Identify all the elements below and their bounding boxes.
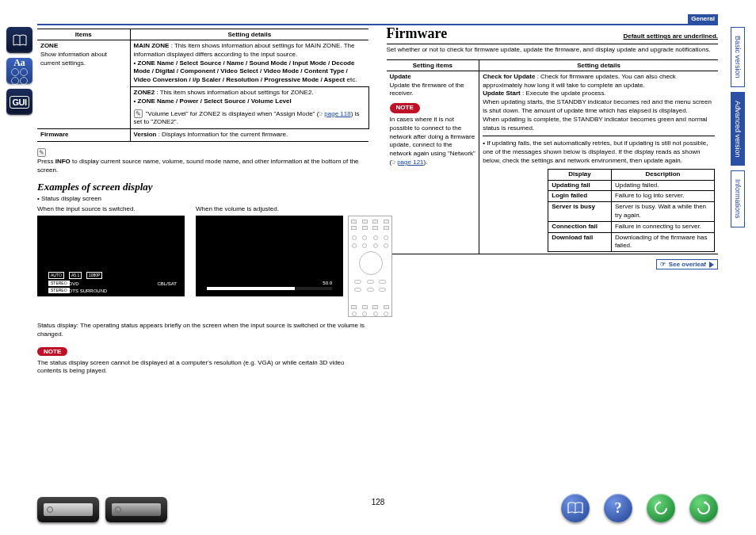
td-mainzone: MAIN ZONE : This item shows information … bbox=[130, 40, 368, 87]
display-1: AUTO A5.1 1080P STEREO DVD CBL/SAT STERE… bbox=[37, 216, 185, 296]
footer-help-icon[interactable]: ? bbox=[604, 494, 632, 522]
td-zone-item: ZONE Show information about current sett… bbox=[37, 40, 130, 129]
firmware-msg-table: DisplayDescription Updating failUpdating… bbox=[548, 169, 715, 252]
left-column: Items Setting details ZONE Show informat… bbox=[37, 29, 369, 376]
firmware-heading: Firmware Default settings are underlined… bbox=[387, 25, 719, 42]
display-2: 50.0 bbox=[196, 216, 343, 296]
gui-icon[interactable]: GUI bbox=[6, 89, 32, 115]
zone-table: Items Setting details ZONE Show informat… bbox=[37, 29, 369, 142]
info-paragraph: ✎ Press INFO to display current source n… bbox=[37, 148, 369, 174]
text-size-icon[interactable]: Aa bbox=[6, 58, 32, 84]
receiver-front-button[interactable] bbox=[37, 497, 99, 522]
examples-bullet: • Status display screen bbox=[37, 195, 369, 204]
footer-right: ? bbox=[561, 494, 718, 522]
pencil-icon: ✎ bbox=[134, 109, 143, 118]
th-items: Items bbox=[37, 29, 130, 40]
td-firmware-item: Firmware bbox=[37, 129, 130, 142]
th-set-details: Setting details bbox=[479, 59, 718, 71]
footer-next-icon[interactable] bbox=[689, 494, 718, 522]
link-p121[interactable]: page 121 bbox=[397, 159, 423, 166]
note-pill: NOTE bbox=[37, 347, 67, 356]
tab-basic[interactable]: Basic version bbox=[731, 27, 745, 87]
td-update-details: Check for Update : Check for firmware up… bbox=[479, 71, 718, 254]
td-zone2: ZONE2 : This item shows information abou… bbox=[130, 86, 368, 128]
section-label: General bbox=[688, 14, 718, 24]
book-icon[interactable] bbox=[6, 27, 32, 53]
footer-prev-icon[interactable] bbox=[647, 494, 675, 522]
footer-book-icon[interactable] bbox=[561, 494, 590, 522]
td-update-item: Update Update the firmware of the receiv… bbox=[387, 71, 479, 254]
receiver-rear-button[interactable] bbox=[105, 497, 167, 522]
pencil-icon: ✎ bbox=[37, 148, 46, 157]
firmware-intro: Set whether or not to check for firmware… bbox=[387, 46, 719, 55]
note-pill: NOTE bbox=[390, 103, 420, 113]
example-2: When the volume is adjusted. 50.0 bbox=[196, 205, 392, 317]
th-set-items: Setting items bbox=[387, 59, 479, 71]
footer: 128 ? bbox=[0, 487, 756, 527]
left-icon-column: Aa GUI bbox=[6, 27, 33, 115]
example-1: When the input source is switched. AUTO … bbox=[37, 205, 185, 296]
examples-heading: Examples of screen display bbox=[37, 181, 369, 193]
content-columns: Items Setting details ZONE Show informat… bbox=[37, 29, 718, 376]
link-p118[interactable]: page 118 bbox=[324, 110, 350, 117]
tab-informations[interactable]: Informations bbox=[731, 170, 745, 227]
see-overleaf[interactable]: See overleaf bbox=[656, 259, 718, 269]
footer-left bbox=[37, 497, 167, 522]
tab-advanced[interactable]: Advanced version bbox=[731, 92, 745, 166]
right-column: Firmware Default settings are underlined… bbox=[387, 29, 719, 376]
firmware-table: Setting items Setting details Update Upd… bbox=[387, 59, 719, 254]
status-note: Status display: The operating status app… bbox=[37, 322, 369, 339]
td-firmware-ver: Version : Displays information for the c… bbox=[130, 129, 368, 142]
th-details: Setting details bbox=[130, 29, 368, 40]
examples-row: When the input source is switched. AUTO … bbox=[37, 205, 369, 317]
remote-control bbox=[348, 216, 392, 317]
side-tabs: Basic version Advanced version Informati… bbox=[726, 27, 750, 232]
note-body: The status display screen cannot be disp… bbox=[37, 359, 369, 376]
